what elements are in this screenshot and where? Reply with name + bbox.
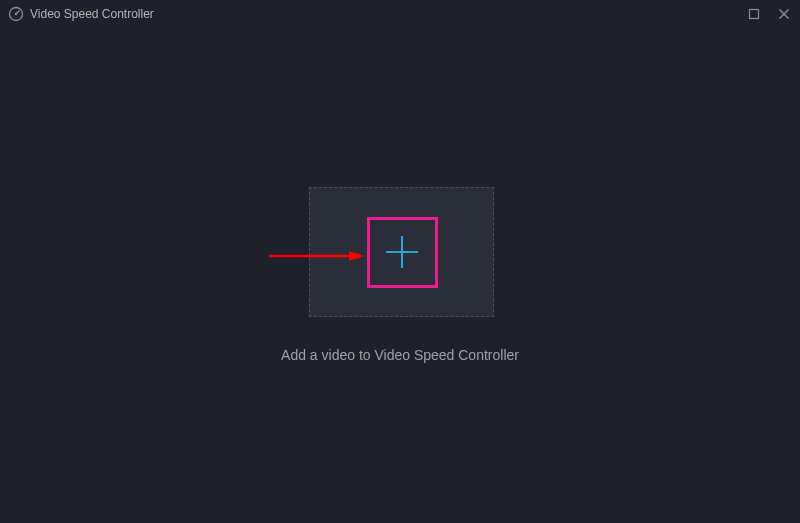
main-content: Add a video to Video Speed Controller: [0, 28, 800, 523]
close-button[interactable]: [776, 6, 792, 22]
add-video-dropzone[interactable]: [309, 187, 494, 317]
app-icon: [8, 6, 24, 22]
titlebar: Video Speed Controller: [0, 0, 800, 28]
svg-point-2: [15, 13, 17, 15]
plus-icon: [384, 234, 420, 270]
maximize-button[interactable]: [746, 6, 762, 22]
app-title: Video Speed Controller: [30, 7, 154, 21]
svg-rect-3: [750, 10, 759, 19]
hint-text: Add a video to Video Speed Controller: [0, 347, 800, 363]
window-controls: [746, 6, 792, 22]
